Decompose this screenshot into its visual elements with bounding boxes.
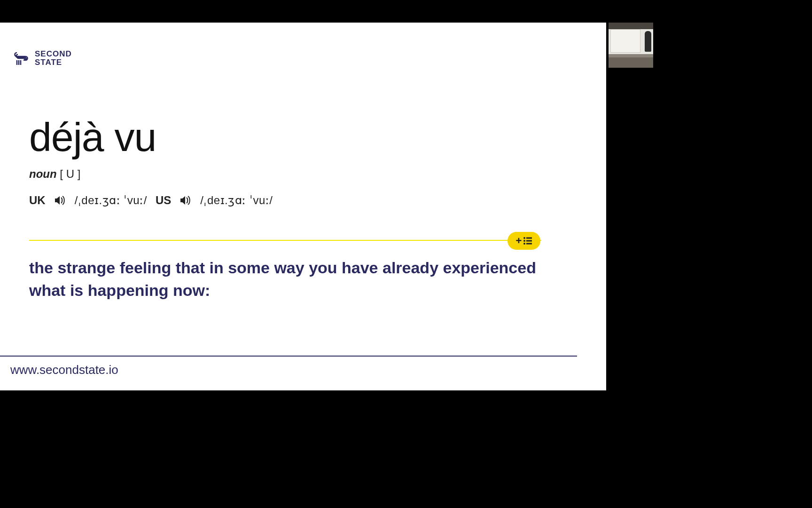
svg-point-0	[523, 237, 525, 239]
speaker-icon[interactable]	[180, 195, 192, 206]
part-of-speech: noun	[29, 167, 57, 180]
dictionary-entry: déjà vu noun [ U ] UK /ˌdeɪ.ʒɑː ˈvuː/ US…	[29, 117, 559, 207]
camera-screen	[610, 29, 640, 53]
region-us-label: US	[156, 194, 171, 207]
footer-divider	[0, 356, 577, 357]
ipa-us: /ˌdeɪ.ʒɑː ˈvuː/	[200, 194, 273, 207]
headword: déjà vu	[29, 117, 559, 157]
brand-logo-text: SECOND STATE	[35, 50, 72, 67]
footer-url: www.secondstate.io	[10, 363, 118, 377]
camera-floor	[609, 57, 653, 68]
svg-rect-3	[526, 240, 532, 242]
plus-icon: +	[516, 236, 522, 246]
region-uk-label: UK	[29, 194, 46, 207]
pronunciation-line: UK /ˌdeɪ.ʒɑː ˈvuː/ US /ˌdeɪ.ʒɑː ˈvuː/	[29, 194, 559, 207]
list-icon	[523, 237, 532, 245]
add-to-list-button[interactable]: +	[508, 232, 540, 250]
camera-person	[645, 31, 651, 52]
camera-thumbnail	[608, 23, 653, 68]
ipa-uk: /ˌdeɪ.ʒɑː ˈvuː/	[75, 194, 147, 207]
svg-point-4	[523, 243, 525, 245]
speaker-icon[interactable]	[54, 195, 66, 206]
svg-rect-1	[526, 238, 532, 239]
brand-logo: SECOND STATE	[13, 50, 72, 67]
svg-rect-5	[526, 243, 532, 245]
definition-text: the strange feeling that in some way you…	[29, 257, 541, 302]
section-divider	[29, 240, 541, 241]
svg-point-2	[523, 240, 525, 242]
slide: SECOND STATE déjà vu noun [ U ] UK /ˌdeɪ…	[0, 23, 606, 390]
part-of-speech-line: noun [ U ]	[29, 167, 559, 181]
brand-logo-mark	[13, 50, 30, 67]
brand-name-line1: SECOND	[35, 50, 72, 58]
countability: [ U ]	[60, 167, 80, 180]
brand-name-line2: STATE	[35, 58, 72, 67]
